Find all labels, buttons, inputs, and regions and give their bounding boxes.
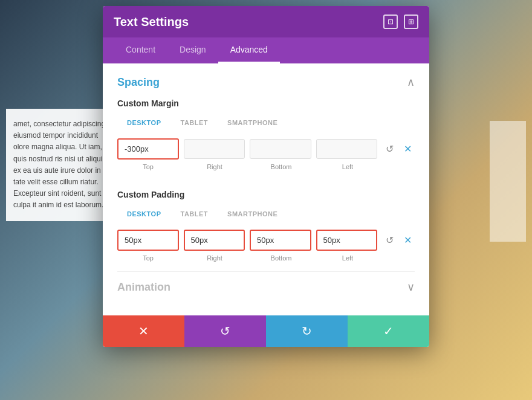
margin-device-tab-tablet[interactable]: TABLET — [170, 115, 218, 130]
spacing-collapse-button[interactable]: ∧ — [407, 76, 415, 89]
cancel-button[interactable]: ✕ — [103, 315, 184, 347]
margin-right-label: Right — [184, 163, 245, 170]
padding-device-tab-smartphone[interactable]: SMARTPHONE — [218, 207, 287, 221]
tab-content[interactable]: Content — [114, 37, 167, 63]
padding-input-row: ↺ ✕ — [117, 230, 415, 251]
margin-right-input[interactable] — [184, 139, 245, 159]
grid-icon-button[interactable]: ⊞ — [404, 15, 418, 29]
padding-device-tab-desktop[interactable]: DESKTOP — [117, 207, 170, 221]
margin-clear-button[interactable]: ✕ — [400, 142, 415, 156]
custom-padding-label: Custom Padding — [117, 190, 415, 199]
margin-left-label: Left — [317, 163, 378, 170]
margin-right-input-wrapper — [184, 139, 245, 159]
padding-left-input[interactable] — [316, 230, 378, 251]
reset-all-button[interactable]: ↺ — [184, 315, 266, 347]
modal-title: Text Settings — [114, 15, 189, 29]
margin-left-input-wrapper — [316, 139, 378, 159]
padding-bottom-input-wrapper — [250, 230, 311, 251]
margin-bottom-input-wrapper — [250, 139, 311, 159]
custom-margin-section: Custom Margin DESKTOP TABLET SMARTPHONE — [117, 98, 415, 170]
padding-clear-button[interactable]: ✕ — [400, 233, 415, 248]
text-settings-modal: Text Settings ⊡ ⊞ Content Design Advance… — [103, 6, 429, 347]
margin-row-actions: ↺ ✕ — [382, 142, 415, 156]
margin-top-input[interactable] — [117, 138, 179, 160]
padding-input-labels: Top Right Bottom Left — [117, 254, 415, 262]
margin-bottom-input[interactable] — [250, 139, 311, 159]
margin-device-tab-desktop[interactable]: DESKTOP — [117, 115, 170, 130]
padding-top-input[interactable] — [117, 230, 179, 251]
spacing-title: Spacing — [117, 76, 160, 89]
tab-design[interactable]: Design — [167, 37, 218, 63]
padding-bottom-label: Bottom — [250, 254, 312, 262]
custom-padding-section: Custom Padding DESKTOP TABLET SMARTPHONE — [117, 190, 415, 262]
tab-advanced[interactable]: Advanced — [218, 37, 280, 63]
animation-title: Animation — [117, 281, 170, 294]
modal-content: Spacing ∧ Custom Margin DESKTOP TABLET S… — [103, 63, 429, 315]
header-icons: ⊡ ⊞ — [383, 15, 418, 29]
padding-device-tabs: DESKTOP TABLET SMARTPHONE — [117, 207, 415, 221]
animation-expand-button[interactable]: ∨ — [407, 280, 415, 294]
padding-top-label: Top — [117, 254, 179, 262]
margin-reset-button[interactable]: ↺ — [382, 142, 397, 156]
padding-bottom-input[interactable] — [250, 230, 311, 251]
padding-device-tab-tablet[interactable]: TABLET — [170, 207, 218, 221]
modal-footer: ✕ ↺ ↻ ✓ — [103, 315, 429, 347]
animation-section: Animation ∨ — [117, 271, 415, 294]
modal-header: Text Settings ⊡ ⊞ — [103, 6, 429, 37]
padding-left-label: Left — [317, 254, 378, 262]
margin-input-row: ↺ ✕ — [117, 138, 415, 160]
modal-overlay: Text Settings ⊡ ⊞ Content Design Advance… — [0, 0, 532, 400]
margin-top-label: Top — [117, 163, 179, 170]
focus-icon-button[interactable]: ⊡ — [383, 15, 398, 29]
modal-tabs: Content Design Advanced — [103, 37, 429, 63]
padding-left-input-wrapper — [316, 230, 378, 251]
margin-device-tabs: DESKTOP TABLET SMARTPHONE — [117, 115, 415, 130]
custom-margin-label: Custom Margin — [117, 98, 415, 108]
padding-top-input-wrapper — [117, 230, 179, 251]
margin-left-input[interactable] — [316, 139, 378, 159]
margin-top-input-wrapper — [117, 138, 179, 160]
save-button[interactable]: ✓ — [348, 315, 429, 347]
margin-bottom-label: Bottom — [250, 163, 312, 170]
redo-button[interactable]: ↻ — [266, 315, 348, 347]
padding-reset-button[interactable]: ↺ — [382, 233, 397, 248]
padding-right-input[interactable] — [184, 230, 245, 251]
padding-right-label: Right — [184, 254, 245, 262]
spacing-section-header: Spacing ∧ — [117, 76, 415, 89]
animation-section-header: Animation ∨ — [117, 280, 415, 294]
padding-row-actions: ↺ ✕ — [382, 233, 415, 248]
margin-input-labels: Top Right Bottom Left — [117, 163, 415, 170]
padding-right-input-wrapper — [184, 230, 245, 251]
margin-device-tab-smartphone[interactable]: SMARTPHONE — [218, 115, 287, 130]
